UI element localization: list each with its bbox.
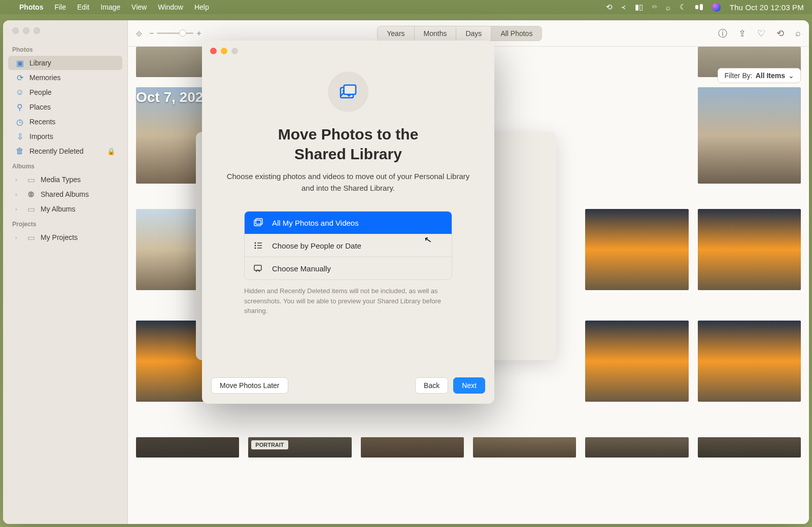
do-not-disturb-icon[interactable]: ☾: [680, 3, 686, 12]
photo-thumbnail[interactable]: [698, 437, 801, 458]
aspect-icon[interactable]: ⟐: [136, 27, 142, 39]
window-close-button[interactable]: [12, 27, 19, 34]
library-icon: ▣: [15, 58, 24, 67]
folder-icon: ▭: [26, 233, 36, 242]
manual-select-icon: [254, 264, 263, 273]
control-center-icon[interactable]: [695, 4, 703, 10]
photo-thumbnail[interactable]: [136, 437, 239, 458]
date-header: Oct 7, 2022: [136, 89, 211, 106]
chevron-down-icon: ⌄: [788, 72, 794, 80]
sidebar-item-label: Media Types: [41, 175, 81, 184]
photo-thumbnail[interactable]: [698, 321, 801, 402]
back-button[interactable]: Back: [415, 377, 448, 394]
svg-rect-4: [256, 219, 262, 224]
people-icon: ☺: [15, 88, 24, 97]
favorite-icon[interactable]: ♡: [757, 28, 765, 39]
photo-thumbnail[interactable]: [361, 437, 464, 458]
modal-zoom-button[interactable]: [231, 48, 238, 54]
option-label: All My Photos and Videos: [272, 219, 359, 227]
modal-footer: Move Photos Later Back Next: [202, 369, 494, 404]
modal-options: All My Photos and Videos Choose by Peopl…: [244, 211, 452, 280]
sidebar-item-label: Memories: [29, 74, 60, 82]
photos-stack-icon: [254, 218, 263, 227]
zoom-out-icon[interactable]: −: [149, 29, 154, 38]
spotlight-icon[interactable]: ⌕: [666, 3, 670, 12]
sidebar-item-my-projects[interactable]: ›▭My Projects: [8, 230, 122, 244]
option-choose-manually[interactable]: Choose Manually: [245, 257, 452, 279]
chevron-right-icon: ›: [15, 234, 20, 240]
sidebar-item-places[interactable]: ⚲Places: [8, 100, 122, 114]
sidebar-item-label: My Projects: [41, 233, 78, 241]
sidebar-item-label: My Albums: [41, 205, 75, 213]
sidebar-item-imports[interactable]: ⇩Imports: [8, 129, 122, 144]
folder-icon: ▭: [26, 175, 36, 184]
timemachine-icon[interactable]: ⟲: [606, 3, 613, 12]
menu-view[interactable]: View: [131, 3, 147, 11]
menu-window[interactable]: Window: [158, 3, 183, 11]
window-zoom-button[interactable]: [33, 27, 40, 34]
sidebar-section-projects: Projects: [3, 217, 127, 230]
modal-close-button[interactable]: [210, 48, 217, 54]
photo-thumbnail[interactable]: PORTRAIT: [248, 437, 351, 458]
segment-years[interactable]: Years: [378, 26, 414, 41]
bluetooth-icon[interactable]: ᚜: [622, 3, 626, 12]
sidebar-item-my-albums[interactable]: ›▭My Albums: [8, 202, 122, 216]
sidebar-item-label: Imports: [29, 132, 53, 140]
menu-edit[interactable]: Edit: [77, 3, 89, 11]
battery-icon[interactable]: ▮▯: [635, 3, 643, 12]
svg-point-7: [255, 245, 256, 247]
chevron-right-icon: ›: [15, 177, 20, 183]
window-minimize-button[interactable]: [23, 27, 29, 34]
photo-thumbnail[interactable]: [585, 437, 688, 458]
svg-rect-3: [254, 220, 261, 226]
sidebar-item-memories[interactable]: ⟳Memories: [8, 71, 122, 85]
sidebar-item-label: Library: [29, 59, 51, 67]
shared-folder-icon: ⚉: [26, 190, 36, 199]
segment-months[interactable]: Months: [415, 26, 457, 41]
photo-thumbnail[interactable]: [473, 437, 576, 458]
svg-point-9: [255, 248, 256, 249]
menubar-datetime[interactable]: Thu Oct 20 12:03 PM: [730, 3, 804, 12]
svg-rect-2: [344, 85, 356, 94]
menu-help[interactable]: Help: [194, 3, 209, 11]
segment-days[interactable]: Days: [456, 26, 491, 41]
sidebar-item-people[interactable]: ☺People: [8, 85, 122, 99]
search-icon[interactable]: ⌕: [795, 28, 801, 39]
imports-icon: ⇩: [15, 132, 24, 141]
sidebar-item-label: Recently Deleted: [29, 147, 84, 155]
zoom-in-icon[interactable]: +: [196, 29, 201, 38]
wifi-icon[interactable]: ⌔: [652, 3, 657, 12]
menu-image[interactable]: Image: [100, 3, 120, 11]
chevron-right-icon: ›: [15, 191, 20, 197]
filter-dropdown[interactable]: Filter By: All Items ⌄: [718, 68, 801, 83]
photo-thumbnail[interactable]: [585, 321, 688, 402]
menu-file[interactable]: File: [54, 3, 66, 11]
svg-point-5: [255, 242, 256, 244]
modal-fine-print: Hidden and Recently Deleted items will n…: [244, 286, 452, 316]
photo-thumbnail[interactable]: [585, 209, 688, 290]
zoom-slider[interactable]: − +: [149, 29, 201, 38]
siri-icon[interactable]: [712, 3, 721, 12]
sidebar-item-library[interactable]: ▣Library: [8, 56, 122, 70]
modal-minimize-button[interactable]: [221, 48, 227, 54]
option-all-photos[interactable]: All My Photos and Videos: [245, 212, 452, 234]
shared-library-setup-modal: Move Photos to theShared Library Choose …: [202, 41, 494, 404]
window-traffic-lights: [3, 27, 127, 42]
photo-thumbnail[interactable]: [698, 87, 801, 184]
sidebar-item-recently-deleted[interactable]: 🗑Recently Deleted🔒: [8, 144, 122, 158]
app-name[interactable]: Photos: [19, 3, 43, 11]
sidebar-item-shared-albums[interactable]: ›⚉Shared Albums: [8, 187, 122, 201]
segment-all-photos[interactable]: All Photos: [491, 26, 542, 41]
rotate-icon[interactable]: ⟲: [776, 28, 784, 39]
filter-value: All Items: [756, 72, 785, 80]
option-people-date[interactable]: Choose by People or Date: [245, 234, 452, 257]
slider-knob[interactable]: [179, 29, 186, 37]
share-icon[interactable]: ⇪: [738, 28, 746, 39]
move-photos-later-button[interactable]: Move Photos Later: [211, 377, 288, 394]
slider-track[interactable]: [157, 32, 193, 34]
info-icon[interactable]: ⓘ: [718, 27, 727, 40]
sidebar-item-media-types[interactable]: ›▭Media Types: [8, 172, 122, 187]
sidebar-item-recents[interactable]: ◷Recents: [8, 115, 122, 129]
photo-thumbnail[interactable]: [698, 209, 801, 290]
next-button[interactable]: Next: [453, 377, 485, 394]
